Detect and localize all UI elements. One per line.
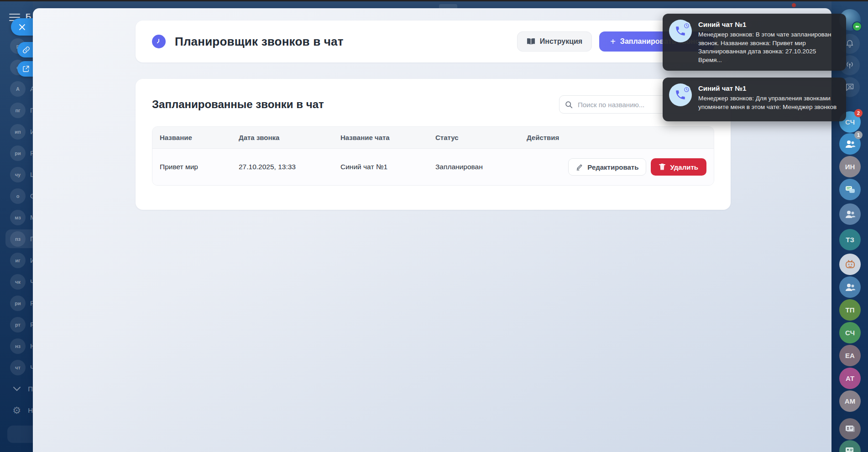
recording-dot: [792, 3, 796, 7]
notification-toast[interactable]: Синий чат №1 Менеджер звонков: В этом ча…: [663, 14, 846, 71]
plus-icon: +: [610, 37, 616, 46]
cell-actions: Редактировать Удалить: [527, 158, 706, 176]
sidebar-chat-item[interactable]: пз П: [0, 228, 33, 249]
chat-bubbles-icon: [845, 185, 856, 194]
col-date: Дата звонка: [239, 134, 340, 141]
edit-icon: [576, 164, 583, 171]
call-manager-icon: [669, 83, 692, 106]
group-chat-avatar[interactable]: [839, 203, 861, 225]
mention-badge: 1: [854, 131, 863, 139]
miniapp-panel: Планировщик звонков в чат Инструкция + З…: [33, 8, 831, 452]
external-link-icon: [22, 65, 30, 73]
chat-avatar: пг: [10, 103, 26, 118]
chat-avatar[interactable]: ЕА: [839, 345, 861, 366]
toast-title: Синий чат №1: [698, 21, 839, 28]
window-edge: [0, 0, 868, 1]
sidebar-footer: П ⚙ Н: [0, 378, 33, 421]
chat-avatar: иг: [10, 253, 26, 268]
chat-avatar: рт: [10, 317, 26, 333]
chat-avatar[interactable]: АМ: [839, 390, 861, 412]
sidebar-chat-item[interactable]: рт Р: [0, 314, 33, 335]
sidebar-chat-item[interactable]: о О: [0, 185, 33, 207]
clock-mini-icon: [683, 86, 690, 94]
instruction-button[interactable]: Инструкция: [517, 31, 592, 52]
col-name: Название: [160, 134, 239, 141]
trash-icon: [659, 163, 665, 171]
contact-card-icon: [845, 447, 856, 452]
sidebar-chat-item[interactable]: чк Ч: [0, 271, 33, 292]
sidebar-chat-item[interactable]: мз М: [0, 207, 33, 228]
book-icon: [527, 38, 535, 45]
sidebar-chat-item[interactable]: ип И: [0, 121, 33, 142]
chat-avatar: чк: [10, 274, 26, 290]
sidebar-chat-item[interactable]: А А: [0, 78, 33, 99]
sidebar-chat-item[interactable]: ри Р: [0, 292, 33, 314]
page-header: Планировщик звонков в чат Инструкция + З…: [136, 21, 731, 62]
chat-avatar[interactable]: АТ: [839, 368, 861, 389]
video-status-badge: [852, 21, 862, 31]
delete-button[interactable]: Удалить: [651, 158, 706, 176]
sidebar-chat-item[interactable]: чу Ц: [0, 164, 33, 185]
cell-status: Запланирован: [435, 163, 527, 171]
clock-mini-icon: [683, 22, 690, 30]
section-heading: Запланированные звонки в чат: [152, 98, 324, 111]
collapse-label: П: [28, 385, 33, 393]
sidebar-chat-item[interactable]: ри Р: [0, 142, 33, 164]
bot-avatar[interactable]: [839, 254, 861, 275]
cell-date: 27.10.2025, 13:33: [239, 163, 340, 171]
avatar-initials: СЧ: [845, 118, 855, 126]
chat-avatar[interactable]: СЧ: [839, 322, 861, 343]
close-icon: [19, 24, 26, 31]
edit-button[interactable]: Редактировать: [568, 158, 646, 176]
edit-label: Редактировать: [587, 163, 638, 171]
col-chat: Название чата: [340, 134, 435, 141]
toast-body: Менеджер звонков: Для управления звонкам…: [698, 94, 839, 111]
chat-list: р Р с С А А пг П ип И ри: [0, 35, 33, 378]
chat-avatar: пз: [10, 231, 26, 247]
avatar-initials: ЕА: [845, 352, 855, 359]
settings-label: Н: [28, 406, 33, 414]
sidebar-chat-item[interactable]: пг П: [0, 99, 33, 121]
avatar-initials: ТП: [846, 306, 855, 314]
cell-name: Привет мир: [160, 163, 239, 171]
search-icon: [565, 101, 573, 109]
delete-label: Удалить: [670, 163, 698, 171]
avatar-initials: ТЗ: [846, 236, 854, 244]
sidebar-settings-row[interactable]: ⚙ Н: [0, 400, 33, 421]
chat-avatar: чу: [10, 167, 26, 182]
group-chat-avatar[interactable]: [839, 276, 861, 298]
sidebar-chat-item[interactable]: иг И: [0, 249, 33, 271]
chat-avatar[interactable]: ТЗ: [839, 229, 861, 250]
avatar-initials: АТ: [846, 374, 854, 382]
group-chat-avatar[interactable]: 1: [839, 133, 861, 155]
chat-avatar: нз: [10, 338, 26, 354]
table-row: Привет мир 27.10.2025, 13:33 Синий чат №…: [152, 149, 714, 185]
sidebar-chat-item[interactable]: чт Ч: [0, 357, 33, 378]
page-title: Планировщик звонков в чат: [175, 35, 344, 49]
link-icon: [22, 46, 30, 54]
notification-toast[interactable]: Синий чат №1 Менеджер звонков: Для управ…: [663, 78, 846, 121]
chat-bubbles-avatar[interactable]: [839, 179, 861, 200]
table-header-row: Название Дата звонка Название чата Стату…: [152, 127, 714, 149]
chat-avatar: ип: [10, 124, 26, 140]
sidebar-bottom-button[interactable]: [7, 426, 33, 443]
chat-avatar: А: [10, 81, 26, 97]
instruction-label: Инструкция: [540, 37, 582, 46]
gear-icon: ⚙: [10, 405, 23, 415]
sidebar-chat-item[interactable]: нз Н: [0, 335, 33, 357]
contact-card-avatar[interactable]: [839, 418, 861, 440]
contact-card-icon: [845, 425, 856, 433]
contact-card-avatar[interactable]: [839, 440, 861, 452]
scheduler-clock-icon: [152, 35, 166, 48]
toast-body: Менеджер звонков: В этом чате запланиров…: [698, 31, 839, 65]
people-icon: [845, 210, 856, 218]
chat-avatar[interactable]: ТП: [839, 299, 861, 321]
chevron-down-icon: [10, 387, 23, 391]
toast-title: Синий чат №1: [698, 84, 839, 92]
chat-avatar: чт: [10, 360, 26, 375]
sidebar-collapse-row[interactable]: П: [0, 378, 33, 400]
title-bar-tab: [439, 4, 457, 8]
avatar-initials: СЧ: [845, 329, 855, 337]
chat-avatar[interactable]: ИН: [839, 156, 861, 177]
people-icon: [845, 140, 856, 148]
